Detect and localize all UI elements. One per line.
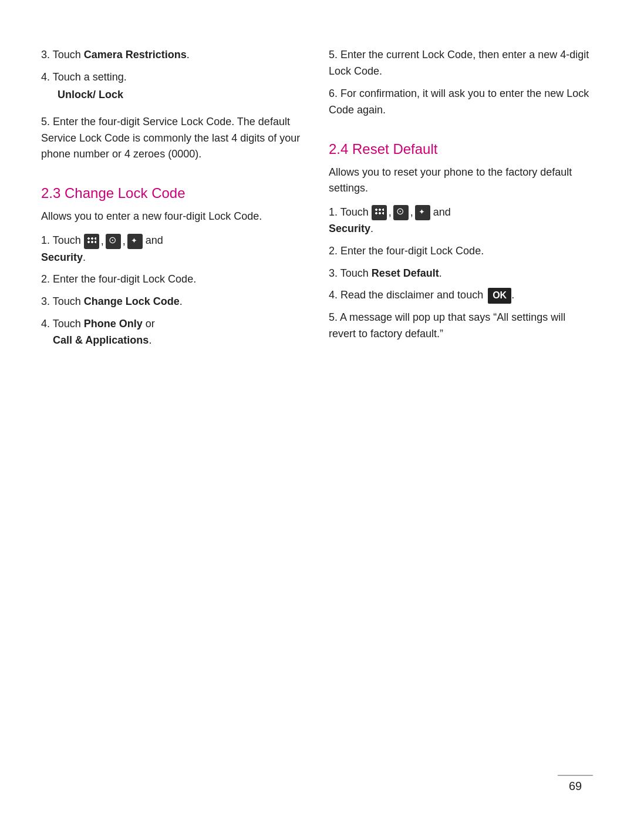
section-23-step-2: 2. Enter the four-digit Lock Code. (41, 271, 305, 288)
call-applications-label: Call & Applications (53, 334, 149, 346)
section-24-heading: 2.4 Reset Default (329, 141, 593, 157)
step-5-left: 5. Enter the four-digit Service Lock Cod… (41, 114, 305, 163)
page: 3. Touch Camera Restrictions. 4. Touch a… (0, 0, 634, 840)
icon-group-1: , , (84, 233, 143, 250)
camera-icon (106, 234, 121, 249)
section-23-step-1: 1. Touch , , and Security. (41, 233, 305, 266)
step-3: 3. Touch Camera Restrictions. (41, 47, 305, 63)
section-24-step-1: 1. Touch , , and Security. (329, 204, 593, 237)
step-3-bold: Camera Restrictions (84, 49, 187, 61)
dots-icon-2 (372, 205, 387, 220)
section-23-heading: 2.3 Change Lock Code (41, 185, 305, 201)
dots-icon (84, 234, 99, 249)
step-4-text: 4. Touch a setting. (41, 71, 127, 83)
step-6-right: 6. For confirmation, it will ask you to … (329, 86, 593, 119)
footer-right: 69 (558, 775, 593, 793)
change-lock-code-label: Change Lock Code (84, 295, 180, 307)
section-24-step-3: 3. Touch Reset Default. (329, 266, 593, 282)
section-24-step-5: 5. A message will pop up that says “All … (329, 310, 593, 342)
ok-badge: OK (488, 288, 511, 304)
security-label-2: Security (329, 223, 370, 234)
section-23-step-4: 4. Touch Phone Only or Call & Applicatio… (41, 316, 305, 349)
gear-icon (127, 234, 143, 249)
phone-only-label: Phone Only (84, 318, 143, 330)
section-24-desc: Allows you to reset your phone to the fa… (329, 164, 593, 196)
page-footer: 69 (41, 769, 593, 793)
page-number: 69 (569, 779, 582, 793)
left-column: 3. Touch Camera Restrictions. 4. Touch a… (41, 47, 305, 745)
security-label-1: Security (41, 251, 83, 263)
section-24-step-2: 2. Enter the four-digit Lock Code. (329, 243, 593, 260)
step-4: 4. Touch a setting. Unlock/ Lock (41, 69, 305, 108)
step-3-number: 3. Touch (41, 49, 84, 61)
right-column: 5. Enter the current Lock Code, then ent… (329, 47, 593, 745)
step-5-right: 5. Enter the current Lock Code, then ent… (329, 47, 593, 80)
section-23-desc: Allows you to enter a new four-digit Loc… (41, 209, 305, 224)
step-5-text: 5. Enter the four-digit Service Lock Cod… (41, 116, 300, 160)
gear-icon-2 (415, 205, 430, 220)
footer-line (558, 775, 593, 776)
section-24-step-4: 4. Read the disclaimer and touch OK. (329, 287, 593, 304)
two-column-layout: 3. Touch Camera Restrictions. 4. Touch a… (41, 47, 593, 745)
camera-icon-2 (393, 205, 409, 220)
icon-group-2: , , (372, 204, 430, 221)
section-23-step-3: 3. Touch Change Lock Code. (41, 294, 305, 310)
unlock-lock-label: Unlock/ Lock (58, 87, 305, 103)
reset-default-label: Reset Default (372, 267, 439, 279)
